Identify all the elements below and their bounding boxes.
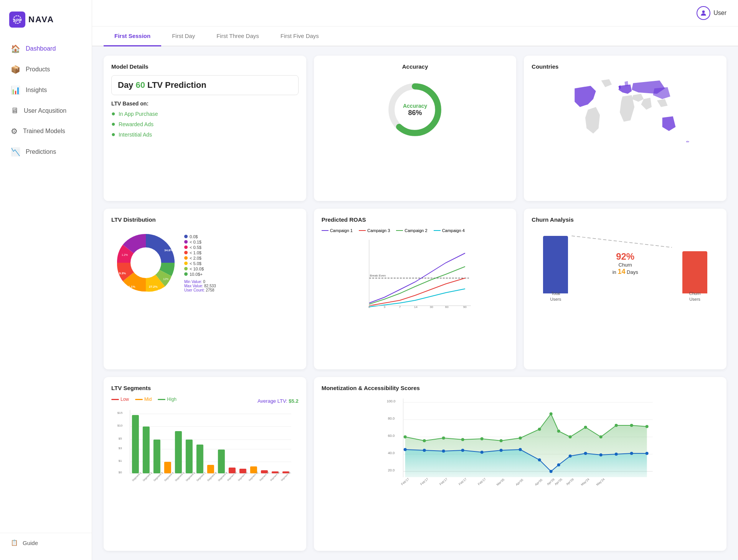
sidebar-item-predictions[interactable]: 📉 Predictions [5, 142, 87, 161]
svg-rect-42 [154, 440, 160, 473]
monetization-title: Monetization & Accessibility Scores [322, 385, 719, 391]
svg-point-83 [403, 435, 406, 438]
svg-text:$0: $0 [119, 471, 122, 474]
svg-rect-41 [143, 427, 150, 473]
svg-text:20.0: 20.0 [388, 468, 395, 472]
svg-text:11.1%: 11.1% [127, 285, 135, 288]
ltv-max: 82,533 [204, 284, 216, 288]
svg-point-110 [568, 455, 571, 458]
svg-point-3 [702, 10, 705, 13]
guide-label: Guide [23, 540, 38, 546]
sidebar-item-trained-models[interactable]: ⚙ Trained Models [5, 122, 87, 141]
svg-text:$5: $5 [119, 437, 122, 440]
svg-point-114 [630, 452, 633, 455]
model-details-title: Model Details [111, 63, 299, 70]
ltv-item-label-3: Interstitial Ads [119, 132, 152, 138]
churn-users-label: ChurnUsers [682, 291, 707, 302]
svg-text:Apr'09: Apr'09 [546, 478, 555, 486]
predicted-roas-card: Predicted ROAS Campaign 1 Campaign 3 Cam… [314, 209, 517, 369]
trained-models-icon: ⚙ [11, 127, 18, 136]
user-area[interactable]: User [697, 6, 726, 20]
nav-items: 🏠 Dashboard 📦 Products 📊 Insights 🖥 User… [0, 39, 92, 533]
svg-point-102 [442, 450, 445, 453]
svg-text:9.3%: 9.3% [119, 272, 126, 275]
svg-text:Apr'05: Apr'05 [515, 478, 524, 486]
svg-text:$10: $10 [117, 424, 123, 427]
sidebar-item-user-acquisition[interactable]: 🖥 User Acqusition [5, 101, 87, 120]
svg-text:4.4%: 4.4% [157, 289, 163, 292]
svg-point-108 [549, 470, 552, 473]
roas-title: Predicted ROAS [322, 216, 509, 223]
svg-point-97 [630, 424, 633, 427]
svg-text:12%: 12% [163, 278, 168, 280]
svg-text:✏: ✏ [686, 140, 690, 144]
churn-percentage: 92% [613, 251, 638, 262]
svg-point-95 [599, 435, 602, 438]
sidebar-item-insights[interactable]: 📊 Insights [5, 81, 87, 100]
sidebar-item-label-dashboard: Dashboard [26, 45, 56, 52]
dashboard-grid: Model Details Day 60 LTV Prediction LTV … [92, 46, 738, 560]
churn-users-bar [682, 251, 707, 293]
ltv-item-3: ● Interstitial Ads [111, 130, 299, 138]
guide-item[interactable]: 📋 Guide [11, 539, 81, 546]
seg-legend: Low Mid High [111, 397, 177, 402]
logo-area: APP NAVA [0, 8, 92, 39]
svg-text:34.8%: 34.8% [164, 249, 173, 252]
ltv-seg-chart: $15 $10 $5 $3 $1 $0 [111, 408, 299, 486]
ltv-segments-card: LTV Segments Low Mid High Average LTV: $… [104, 377, 306, 551]
ltv-seg-header: Low Mid High Average LTV: $5.2 [111, 397, 299, 405]
tab-first-session[interactable]: First Session [104, 26, 161, 46]
svg-text:100.0: 100.0 [386, 399, 395, 403]
sidebar-item-label-user-acquisition: User Acqusition [24, 107, 66, 114]
ltv-legend-area: 0.0$ < 0.1$ < 0.5$ < 1.0$ < 2.0$ < 5.0$ … [184, 234, 216, 292]
accuracy-center: Accuracy 86% [403, 103, 427, 117]
ltv-distribution-card: LTV Distribution [104, 209, 306, 369]
countries-title: Countries [532, 63, 719, 70]
svg-text:Feb'17: Feb'17 [458, 477, 467, 486]
sidebar-item-products[interactable]: 📦 Products [5, 60, 87, 79]
avg-ltv-display: Average LTV: $5.2 [258, 398, 299, 404]
svg-rect-47 [207, 465, 214, 473]
churn-center-text: 92% Churn in 14 Days [613, 251, 638, 276]
svg-point-115 [645, 452, 648, 455]
churn-chart-area: 92% Churn in 14 Days TotalUsers ChurnUse… [532, 228, 719, 305]
monetization-card: Monetization & Accessibility Scores 100.… [314, 377, 726, 551]
ltv-dist-inner: 34.8% 11.1% 9.3% 27.2% 12% 4.4% 1.2% 0.0… [111, 228, 299, 297]
svg-rect-45 [186, 440, 193, 473]
ltv-legend: 0.0$ < 0.1$ < 0.5$ < 1.0$ < 2.0$ < 5.0$ … [184, 234, 216, 277]
tab-first-day[interactable]: First Day [161, 26, 206, 46]
tab-first-five-days[interactable]: First Five Days [270, 26, 330, 46]
bullet-2: ● [111, 120, 116, 128]
svg-point-113 [614, 453, 617, 456]
total-users-label: TotalUsers [543, 291, 568, 302]
svg-point-88 [499, 439, 502, 442]
ltv-item-label-2: Rewarded Ads [119, 121, 154, 127]
products-icon: 📦 [11, 65, 20, 74]
svg-point-89 [518, 436, 522, 440]
svg-text:$3: $3 [119, 446, 122, 450]
svg-point-100 [403, 448, 406, 451]
sidebar-item-dashboard[interactable]: 🏠 Dashboard [5, 39, 87, 58]
accuracy-donut: Accuracy 86% [384, 79, 446, 140]
svg-text:$1: $1 [119, 459, 122, 463]
churn-title: Churn Analysis [532, 216, 719, 223]
svg-point-93 [568, 435, 571, 438]
svg-point-92 [557, 430, 560, 433]
svg-point-91 [549, 412, 552, 415]
day-ltv-heading: Day 60 LTV Prediction [111, 75, 299, 95]
ltv-seg-title: LTV Segments [111, 385, 299, 391]
svg-point-104 [480, 451, 483, 454]
svg-text:Feb'17: Feb'17 [419, 477, 429, 486]
ltv-item-1: ● In App Purchase [111, 110, 299, 118]
svg-text:Feb'17: Feb'17 [400, 477, 410, 486]
avg-ltv-value: $5.2 [289, 398, 298, 404]
tab-first-three-days[interactable]: First Three Days [206, 26, 270, 46]
svg-text:60.0: 60.0 [388, 434, 395, 438]
svg-point-94 [584, 426, 587, 429]
svg-point-86 [461, 438, 464, 441]
monetization-chart: 100.0 80.0 60.0 40.0 20.0 [322, 397, 719, 494]
svg-text:Break Even: Break Even [370, 274, 385, 277]
dashboard-icon: 🏠 [11, 44, 20, 53]
svg-point-105 [499, 449, 502, 452]
app-name: NAVA [28, 15, 54, 25]
